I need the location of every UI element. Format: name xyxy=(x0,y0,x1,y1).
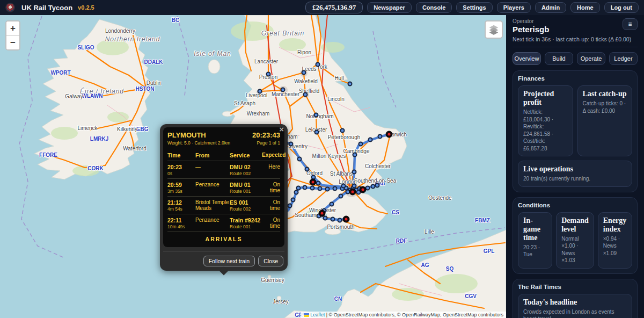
projected-profit-title: Projected profit xyxy=(523,90,568,107)
popup-clock: 20:23:43 xyxy=(252,131,280,139)
finances-title: Finances xyxy=(518,75,632,82)
conditions-title: Conditions xyxy=(518,202,632,208)
col-service: Service xyxy=(230,152,262,158)
admin-button[interactable]: Admin xyxy=(535,2,566,13)
zoom-in-button[interactable]: + xyxy=(6,21,19,35)
dep-countdown: 4m 54s xyxy=(167,206,182,212)
map-canvas[interactable]: BCSLIGODDALKWPORTHSTONWLAWNMNEBGLMRKJFFO… xyxy=(0,15,506,318)
departure-board: PLYMOUTH 20:23:43 Weight: 5.0 · Catchmen… xyxy=(163,127,284,247)
dep-time: 20:23 xyxy=(167,164,182,170)
app-logo-icon xyxy=(5,3,15,12)
tab-build[interactable]: Build xyxy=(545,52,573,65)
arrivals-section-label: ARRIVALS xyxy=(167,232,280,245)
dep-service: DMU 02 xyxy=(230,164,251,170)
layers-icon xyxy=(488,24,500,35)
dep-countdown: 0s xyxy=(167,171,172,176)
dep-route: Route 001 xyxy=(230,224,251,229)
map-attribution[interactable]: Leaflet | © OpenStreetMap contributors, … xyxy=(301,312,506,318)
isle-of-wight xyxy=(325,228,341,235)
departure-row: 21:124m 54s Bristol Temple Meads ES 001R… xyxy=(167,196,280,214)
board-column-headers: Time From Service Expected xyxy=(167,149,280,161)
sidebar-menu-button[interactable]: ≡ xyxy=(623,18,638,30)
finances-section: Finances Projected profit Net/tick: £18,… xyxy=(513,70,638,192)
dep-countdown: 3m 35s xyxy=(167,189,182,194)
ukraine-flag-icon xyxy=(304,313,309,317)
ingame-time-title: In-game time xyxy=(523,216,547,242)
attribution-text: | © OpenStreetMap contributors, © OpenRa… xyxy=(325,312,503,317)
dep-route: Route 001 xyxy=(230,189,251,194)
headline-text: Crowds expected in London as events boos… xyxy=(523,308,627,318)
col-time: Time xyxy=(167,152,195,158)
station-popup: × PLYMOUTH 20:23:43 Weight: 5.0 · Catchm… xyxy=(160,124,288,271)
follow-next-train-button[interactable]: Follow next train xyxy=(203,256,255,266)
live-operations-title: Live operations xyxy=(523,165,627,174)
headline-card: Today's headline Crowds expected in Lond… xyxy=(518,294,632,318)
dep-expected: Here xyxy=(262,164,280,176)
demand-level-title: Demand level xyxy=(561,216,589,234)
dep-from: Bristol Temple Meads xyxy=(195,199,230,212)
app-version: v0.2.5 xyxy=(78,4,94,11)
operator-label: Operator xyxy=(513,18,549,24)
dep-time: 21:12 xyxy=(167,199,182,206)
popup-close-icon[interactable]: × xyxy=(279,125,284,133)
tab-overview[interactable]: Overview xyxy=(513,52,541,65)
energy-index-body: ×0.94 · News ×1.09 xyxy=(603,235,627,257)
dep-from: Penzance xyxy=(195,182,230,194)
departure-row: 22:1110m 49s Penzance Train #9242Route 0… xyxy=(167,214,280,232)
dep-route: Route 002 xyxy=(230,171,251,176)
dep-time: 20:59 xyxy=(167,182,182,188)
departure-row: 20:593m 35s Penzance DMU 01Route 001 On … xyxy=(167,178,280,196)
players-button[interactable]: Players xyxy=(497,2,531,13)
console-button[interactable]: Console xyxy=(416,2,452,13)
rail-times-section: The Rail Times Today's headline Crowds e… xyxy=(513,279,638,318)
popup-station-meta: Weight: 5.0 · Catchment 2.0km xyxy=(167,140,230,146)
zoom-out-button[interactable]: − xyxy=(6,35,19,49)
settings-button[interactable]: Settings xyxy=(456,2,492,13)
tab-operate[interactable]: Operate xyxy=(577,52,605,65)
dep-service: ES 001 xyxy=(230,199,248,206)
col-from: From xyxy=(195,152,230,158)
operator-name: Peterisgb xyxy=(513,25,549,34)
home-button[interactable]: Home xyxy=(570,2,600,13)
leaflet-link[interactable]: Leaflet xyxy=(310,312,325,317)
last-catchup-title: Last catch-up xyxy=(583,90,627,98)
logout-button[interactable]: Log out xyxy=(604,2,639,13)
dep-time: 22:11 xyxy=(167,217,181,223)
ingame-time-card: In-game time 20:23 · Tue xyxy=(518,212,552,269)
departure-row: 20:230s — DMU 02Route 002 Here xyxy=(167,161,280,178)
map-zoom-control: + − xyxy=(5,20,20,50)
newspaper-button[interactable]: Newspaper xyxy=(367,2,412,13)
last-catchup-body: Catch-up ticks: 0 · Δ cash: £0.00 xyxy=(583,100,627,114)
demand-level-card: Demand level Normal ×1.00 · News ×1.03 xyxy=(556,212,594,269)
dep-expected: On time xyxy=(262,217,280,229)
live-operations-card: Live operations 20 train(s) currently ru… xyxy=(518,161,632,187)
dep-from: Penzance xyxy=(195,217,230,229)
tick-info: Next tick in 36s · last catch-up: 0 tick… xyxy=(513,36,638,47)
dep-service: DMU 01 xyxy=(230,182,251,188)
ingame-time-body: 20:23 · Tue xyxy=(523,244,547,258)
dep-from: — xyxy=(195,164,230,176)
guernsey-island xyxy=(268,275,271,278)
dep-expected: On time xyxy=(262,199,280,212)
dep-route: Route 002 xyxy=(230,206,251,212)
popup-close-button[interactable]: Close xyxy=(258,256,283,266)
projected-profit-body: Net/tick: £18,004.30 · Rev/tick: £24,861… xyxy=(523,109,568,152)
col-expected: Expected xyxy=(262,152,286,158)
popup-page-indicator: Page 1 of 1 xyxy=(257,140,280,146)
last-catchup-card: Last catch-up Catch-up ticks: 0 · Δ cash… xyxy=(577,85,633,156)
conditions-section: Conditions In-game time 20:23 · Tue Dema… xyxy=(513,197,638,274)
tab-ledger[interactable]: Ledger xyxy=(609,52,638,65)
dep-countdown: 10m 49s xyxy=(167,224,185,229)
top-bar: UK Rail Tycoon v0.2.5 £26,475,136.97 New… xyxy=(0,0,644,15)
jersey-island xyxy=(277,296,281,300)
balance-display: £26,475,136.97 xyxy=(305,2,363,13)
energy-index-card: Energy index ×0.94 · News ×1.09 xyxy=(598,212,632,269)
isle-of-man xyxy=(208,60,220,74)
dep-service: Train #9242 xyxy=(230,217,260,223)
headline-title: Today's headline xyxy=(523,298,627,307)
popup-station-name: PLYMOUTH xyxy=(167,131,206,139)
layers-control[interactable] xyxy=(485,20,503,39)
energy-index-title: Energy index xyxy=(603,216,627,234)
rail-times-title: The Rail Times xyxy=(518,284,632,290)
right-sidebar: Operator Peterisgb ≡ Next tick in 36s · … xyxy=(506,15,644,318)
